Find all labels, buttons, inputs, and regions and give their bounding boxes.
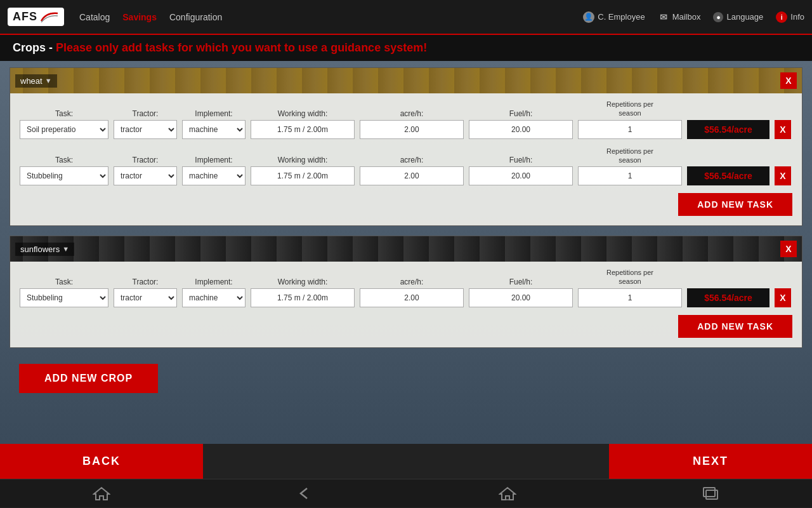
- width-label-1: Working width:: [251, 109, 355, 118]
- crop-label-sunflowers[interactable]: sunflowers ▼: [15, 243, 74, 256]
- nav-catalog[interactable]: Catalog: [79, 12, 110, 22]
- crop-label-container-sunflowers: sunflowers ▼ X: [10, 241, 802, 257]
- task-label-sf1: Task:: [20, 277, 108, 286]
- tractor-field-group-1: Tractor: tractor: [114, 109, 177, 139]
- acre-field-group-sf1: acre/h:: [360, 277, 464, 307]
- rep-label-sf1: Repetitions per season: [578, 268, 682, 286]
- tractor-select-sf1[interactable]: tractor: [114, 288, 177, 307]
- user-menu[interactable]: 👤 C. Employee: [583, 11, 645, 23]
- fuel-input-2[interactable]: [469, 166, 573, 185]
- crop-dropdown-icon-wheat: ▼: [45, 77, 52, 84]
- task-select-2[interactable]: Stubbeling: [20, 166, 108, 185]
- width-label-2: Working width:: [251, 156, 355, 164]
- tractor-label-1: Tractor:: [114, 109, 177, 118]
- back-button[interactable]: BACK: [0, 444, 203, 479]
- rep-input-1[interactable]: [578, 120, 682, 139]
- crop-label-container-wheat: wheat ▼ X: [10, 72, 802, 89]
- fuel-input-sf1[interactable]: [469, 288, 573, 307]
- width-input-sf1[interactable]: [251, 288, 355, 307]
- implement-select-sf1[interactable]: machine: [182, 288, 246, 307]
- fuel-input-1[interactable]: [469, 120, 573, 139]
- nav-configuration[interactable]: Configuration: [169, 12, 222, 22]
- language-label: Language: [726, 12, 763, 22]
- implement-select-2[interactable]: machine: [182, 166, 246, 185]
- fuel-field-group-sf1: Fuel/h:: [469, 277, 573, 307]
- tractor-label-sf1: Tractor:: [114, 277, 177, 286]
- logo-swoosh: [40, 11, 59, 23]
- back-icon[interactable]: [296, 486, 313, 501]
- width-field-group-1: Working width:: [251, 109, 355, 139]
- task-delete-btn-2[interactable]: X: [775, 166, 791, 185]
- svg-rect-4: [706, 490, 717, 499]
- tractor-field-group-2: Tractor: tractor: [114, 156, 177, 185]
- price-btn-2[interactable]: $56.54/acre: [687, 166, 769, 185]
- task-row: Task: Soil preperatio Tractor: tractor I…: [20, 100, 792, 139]
- language-menu[interactable]: ● Language: [713, 12, 763, 22]
- svg-marker-1: [500, 488, 515, 500]
- mailbox-menu[interactable]: ✉ Mailbox: [658, 11, 701, 23]
- info-menu[interactable]: i Info: [776, 11, 804, 23]
- bottom-nav: BACK NEXT: [0, 444, 812, 479]
- nav-savings[interactable]: Savings: [122, 12, 157, 22]
- fuel-label-1: Fuel/h:: [469, 109, 573, 118]
- icon-bar: [0, 479, 812, 507]
- task-delete-btn-1[interactable]: X: [775, 120, 791, 139]
- task-row: Task: Stubbeling Tractor: tractor Implem…: [20, 147, 792, 186]
- acre-input-2[interactable]: [360, 166, 464, 185]
- width-field-group-2: Working width:: [251, 156, 355, 185]
- fuel-label-sf1: Fuel/h:: [469, 277, 573, 286]
- logo-text: AFS: [13, 10, 37, 23]
- task-field-group-sf1: Task: Stubbeling: [20, 277, 108, 307]
- window-icon[interactable]: [702, 486, 719, 501]
- implement-field-group-2: Implement: machine: [182, 156, 246, 185]
- fuel-field-group-1: Fuel/h:: [469, 109, 573, 139]
- price-btn-1[interactable]: $56.54/acre: [687, 120, 769, 139]
- crop-label-wheat[interactable]: wheat ▼: [15, 74, 57, 88]
- task-select-1[interactable]: Soil preperatio: [20, 120, 108, 139]
- add-task-row-sunflowers: ADD NEW TASK: [20, 315, 792, 338]
- crop-name-wheat: wheat: [20, 76, 43, 86]
- add-crop-button[interactable]: ADD NEW CROP: [19, 364, 158, 393]
- task-label-1: Task:: [20, 109, 108, 118]
- rep-input-2[interactable]: [578, 166, 682, 185]
- tractor-select-2[interactable]: tractor: [114, 166, 177, 185]
- fuel-label-2: Fuel/h:: [469, 156, 573, 164]
- width-input-2[interactable]: [251, 166, 355, 185]
- crop-section-sunflowers: sunflowers ▼ X Task: Stubbeling Tractor:: [10, 236, 802, 348]
- rep-label-2: Repetitions per season: [578, 147, 682, 165]
- svg-rect-3: [704, 488, 715, 497]
- bottom-nav-spacer: [203, 444, 609, 479]
- home-icon[interactable]: [93, 486, 110, 501]
- implement-label-sf1: Implement:: [182, 277, 246, 286]
- crop-close-sunflowers[interactable]: X: [780, 241, 797, 257]
- crop-close-wheat[interactable]: X: [780, 72, 797, 89]
- main-area: wheat ▼ X Task: Soil preperatio Tractor:: [0, 61, 812, 444]
- add-task-row-wheat: ADD NEW TASK: [20, 193, 792, 216]
- person-icon: 👤: [583, 11, 594, 23]
- house-icon[interactable]: [499, 486, 516, 501]
- acre-input-sf1[interactable]: [360, 288, 464, 307]
- width-input-1[interactable]: [251, 120, 355, 139]
- rep-field-group-1: Repetitions per season: [578, 100, 682, 139]
- page-title-bar: Crops - Please only add tasks for which …: [0, 35, 812, 61]
- next-button[interactable]: NEXT: [609, 444, 812, 479]
- add-task-btn-sunflowers[interactable]: ADD NEW TASK: [678, 315, 792, 338]
- tractor-select-1[interactable]: tractor: [114, 120, 177, 139]
- acre-field-group-1: acre/h:: [360, 109, 464, 139]
- task-row: Task: Stubbeling Tractor: tractor Implem…: [20, 268, 792, 307]
- language-icon: ●: [713, 12, 723, 22]
- task-select-sf1[interactable]: Stubbeling: [20, 288, 108, 307]
- price-btn-sf1[interactable]: $56.54/acre: [687, 288, 769, 307]
- navbar: AFS Catalog Savings Configuration 👤 C. E…: [0, 0, 812, 35]
- mailbox-label: Mailbox: [672, 12, 701, 22]
- nav-right: 👤 C. Employee ✉ Mailbox ● Language i Inf…: [583, 11, 804, 23]
- acre-label-sf1: acre/h:: [360, 277, 464, 286]
- acre-input-1[interactable]: [360, 120, 464, 139]
- task-delete-btn-sf1[interactable]: X: [775, 288, 791, 307]
- tractor-field-group-sf1: Tractor: tractor: [114, 277, 177, 307]
- crop-header-sunflowers: sunflowers ▼ X: [10, 236, 802, 262]
- add-task-btn-wheat[interactable]: ADD NEW TASK: [678, 193, 792, 216]
- rep-input-sf1[interactable]: [578, 288, 682, 307]
- implement-select-1[interactable]: machine: [182, 120, 246, 139]
- crop-name-sunflowers: sunflowers: [20, 244, 60, 254]
